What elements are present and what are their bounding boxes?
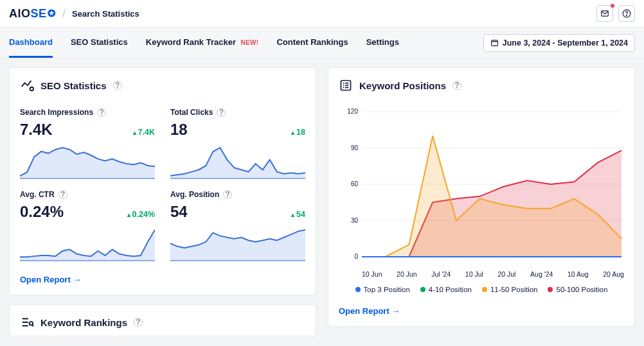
trend-icon [20,78,34,92]
date-range-text: June 3, 2024 - September 1, 2024 [503,39,628,48]
tab-keyword-rank-tracker[interactable]: Keyword Rank Tracker NEW! [146,28,259,58]
dot-icon [355,287,361,292]
card-title-text: Keyword Rankings [40,317,127,328]
sparkline-ctr [20,226,155,261]
stat-impressions: Search Impressions? 7.4K 7.4K [20,101,155,184]
help-icon[interactable]: ? [134,318,143,327]
calendar-icon [490,39,499,47]
stat-value: 54 [170,203,188,221]
sparkline-clicks [170,144,305,179]
seo-statistics-card: SEO Statistics ? Search Impressions? 7.4… [9,67,316,295]
stat-value: 0.24% [20,203,64,221]
new-badge: NEW! [241,39,259,46]
top-bar: AIOSE✪ / Search Statistics [0,0,644,28]
ranking-icon [20,315,34,329]
tab-label: Keyword Rank Tracker [146,37,236,47]
help-icon[interactable]: ? [452,81,461,90]
help-icon[interactable]: ? [97,108,106,117]
help-icon[interactable]: ? [217,108,226,117]
tab-content-rankings[interactable]: Content Rankings [276,28,348,58]
stat-ctr: Avg. CTR? 0.24% 0.24% [20,184,155,266]
dot-icon [420,287,425,292]
legend-top3: Top 3 Position [355,286,410,293]
date-range-picker[interactable]: June 3, 2024 - September 1, 2024 [483,34,635,52]
stat-label: Total Clicks [170,108,213,117]
svg-text:60: 60 [351,180,359,187]
help-icon[interactable]: ? [58,190,67,199]
card-title-text: SEO Statistics [40,80,107,91]
legend-50-100: 50-100 Position [548,286,607,293]
open-report-link[interactable]: Open Report → [20,275,81,284]
stat-label: Search Impressions [20,108,93,117]
gear-icon: ✪ [48,8,57,19]
logo[interactable]: AIOSE✪ [9,7,56,21]
breadcrumb-separator: / [62,7,66,21]
notifications-icon[interactable] [596,5,613,22]
stat-delta: 7.4K [133,128,155,137]
help-icon[interactable]: ? [223,190,232,199]
stat-value: 7.4K [20,121,53,139]
sparkline-position [170,226,305,261]
stat-delta: 18 [291,128,305,137]
chart-legend: Top 3 Position 4-10 Position 11-50 Posit… [339,286,624,293]
stat-delta: 54 [291,210,305,219]
keyword-rankings-card: Keyword Rankings ? [9,304,316,336]
card-title: Keyword Positions ? [339,78,624,92]
sparkline-impressions [20,144,155,179]
open-report-link[interactable]: Open Report → [339,306,400,316]
legend-11-50: 11-50 Position [482,286,538,293]
chart-x-ticks: 10 Jun20 JunJul '2410 Jul20 JulAug '2410… [339,269,624,278]
svg-point-9 [30,322,33,325]
help-button[interactable] [618,5,635,22]
dot-icon [548,287,553,292]
svg-point-2 [627,15,627,15]
svg-rect-3 [491,40,497,46]
svg-text:0: 0 [354,253,358,260]
dot-icon [482,287,487,292]
stat-clicks: Total Clicks? 18 18 [170,101,305,184]
svg-text:90: 90 [351,144,359,151]
svg-text:120: 120 [347,108,358,115]
svg-text:30: 30 [351,217,359,224]
card-title-text: Keyword Positions [359,80,446,91]
stat-label: Avg. Position [170,190,219,199]
stat-delta: 0.24% [127,210,155,219]
stat-position: Avg. Position? 54 54 [170,184,305,266]
logo-text-left: AIO [9,7,31,21]
tab-seo-statistics[interactable]: SEO Statistics [71,28,128,58]
main-content: SEO Statistics ? Search Impressions? 7.4… [0,58,644,345]
card-title: Keyword Rankings ? [20,315,305,329]
breadcrumb: Search Statistics [72,9,139,19]
keyword-positions-card: Keyword Positions ? 0306090120 10 Jun20 … [328,67,635,327]
stat-value: 18 [170,121,188,139]
keyword-positions-chart: 0306090120 [339,100,624,267]
tab-dashboard[interactable]: Dashboard [9,28,53,58]
tab-bar: Dashboard SEO Statistics Keyword Rank Tr… [0,28,644,58]
tab-settings[interactable]: Settings [366,28,399,58]
card-title: SEO Statistics ? [20,78,305,92]
legend-4-10: 4-10 Position [420,286,472,293]
stat-label: Avg. CTR [20,190,55,199]
help-icon[interactable]: ? [113,81,122,90]
logo-text-right: SE [31,7,47,21]
list-icon [339,78,353,92]
svg-point-4 [30,87,34,91]
